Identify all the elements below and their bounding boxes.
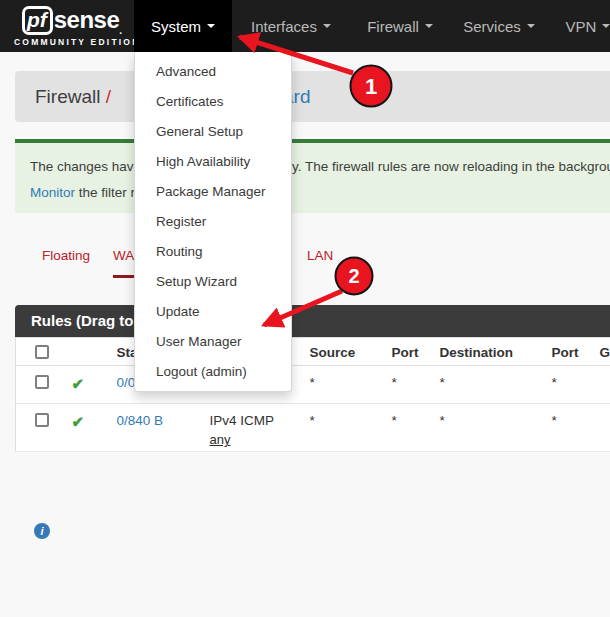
source-cell: * — [296, 404, 378, 452]
top-navbar: pfsense. COMMUNITY EDITION System Interf… — [0, 0, 610, 52]
breadcrumb-separator: / — [106, 86, 111, 107]
nav-item-vpn[interactable]: VPN — [550, 0, 610, 52]
col-gateway: Gateway — [586, 338, 610, 366]
chevron-down-icon — [323, 24, 331, 28]
menu-item-certificates[interactable]: Certificates — [135, 87, 291, 117]
alert-line1: The changes have been applied successful… — [30, 154, 610, 180]
monitor-link[interactable]: Monitor — [30, 185, 75, 200]
row-checkbox[interactable] — [35, 413, 49, 427]
nav-item-interfaces[interactable]: Interfaces — [232, 0, 350, 52]
nav-item-firewall[interactable]: Firewall — [350, 0, 450, 52]
system-dropdown-menu: Advanced Certificates General Setup High… — [134, 52, 292, 392]
rules-panel: Rules (Drag to Change Order) States Prot… — [15, 305, 610, 452]
rules-panel-title: Rules (Drag to Change Order) — [15, 305, 610, 337]
page-title-panel: Firewall / ard — [15, 71, 610, 122]
destination-cell: * — [426, 366, 538, 404]
pfsense-logo-pf: pf — [22, 6, 53, 35]
table-row: ✔ 0/0 B * * * * — [16, 366, 610, 404]
states-link[interactable]: 0/840 B — [117, 413, 164, 428]
menu-item-general-setup[interactable]: General Setup — [135, 117, 291, 147]
col-port: Port — [378, 338, 426, 366]
rules-table: States Protocol Source Port Destination … — [15, 337, 610, 452]
select-all-checkbox[interactable] — [35, 345, 49, 359]
dest-port-cell: * — [538, 366, 586, 404]
breadcrumb: Firewall / — [35, 71, 111, 122]
menu-item-setup-wizard[interactable]: Setup Wizard — [135, 267, 291, 297]
chevron-down-icon — [602, 24, 610, 28]
protocol-label: IPv4 ICMP — [210, 413, 275, 428]
pfsense-logo-tagline: COMMUNITY EDITION — [14, 37, 130, 47]
alert-line2: Monitor the filter reload progress. — [30, 180, 610, 206]
col-status — [58, 338, 103, 366]
nav-item-vpn-label: VPN — [566, 18, 597, 35]
menu-item-register[interactable]: Register — [135, 207, 291, 237]
table-row: ✔ 0/840 B IPv4 ICMP any * * * * — [16, 404, 610, 452]
info-icon[interactable]: i — [34, 523, 50, 539]
pfsense-logo[interactable]: pfsense. COMMUNITY EDITION — [14, 5, 130, 47]
tab-lan[interactable]: LAN — [307, 248, 333, 263]
nav-item-system[interactable]: System — [134, 0, 232, 52]
menu-item-advanced[interactable]: Advanced — [135, 57, 291, 87]
source-cell: * — [296, 366, 378, 404]
rule-enabled-check-icon: ✔ — [72, 413, 85, 430]
row-checkbox[interactable] — [35, 375, 49, 389]
gateway-cell — [586, 404, 610, 452]
menu-item-high-availability[interactable]: High Availability — [135, 147, 291, 177]
chevron-down-icon — [425, 24, 433, 28]
nav-item-interfaces-label: Interfaces — [251, 18, 317, 35]
tab-floating[interactable]: Floating — [42, 248, 90, 263]
port-cell: * — [378, 404, 426, 452]
breadcrumb-prefix: Firewall — [35, 86, 106, 107]
icmp-subtype-link[interactable]: any — [210, 432, 231, 447]
col-source: Source — [296, 338, 378, 366]
dest-port-cell: * — [538, 404, 586, 452]
menu-item-package-manager[interactable]: Package Manager — [135, 177, 291, 207]
destination-cell: * — [426, 404, 538, 452]
col-dest-port: Port — [538, 338, 586, 366]
rule-enabled-check-icon: ✔ — [72, 375, 85, 392]
menu-item-user-manager[interactable]: User Manager — [135, 327, 291, 357]
rules-table-header-row: States Protocol Source Port Destination … — [16, 338, 610, 366]
nav-item-services[interactable]: Services — [450, 0, 548, 52]
col-destination: Destination — [426, 338, 538, 366]
gateway-cell — [586, 366, 610, 404]
nav-item-firewall-label: Firewall — [367, 18, 419, 35]
menu-item-update[interactable]: Update — [135, 297, 291, 327]
nav-item-services-label: Services — [463, 18, 521, 35]
chevron-down-icon — [527, 24, 535, 28]
protocol-cell: IPv4 ICMP any — [196, 404, 296, 452]
chevron-down-icon — [207, 24, 215, 28]
port-cell: * — [378, 366, 426, 404]
pfsense-logo-dot: . — [119, 27, 122, 35]
menu-item-logout[interactable]: Logout (admin) — [135, 357, 291, 387]
nav-item-system-label: System — [151, 18, 201, 35]
menu-item-routing[interactable]: Routing — [135, 237, 291, 267]
interface-tabs: Floating WAN LAN — [0, 244, 610, 280]
apply-changes-success-alert: The changes have been applied successful… — [15, 139, 610, 213]
pfsense-logo-sense: sense — [54, 6, 120, 34]
